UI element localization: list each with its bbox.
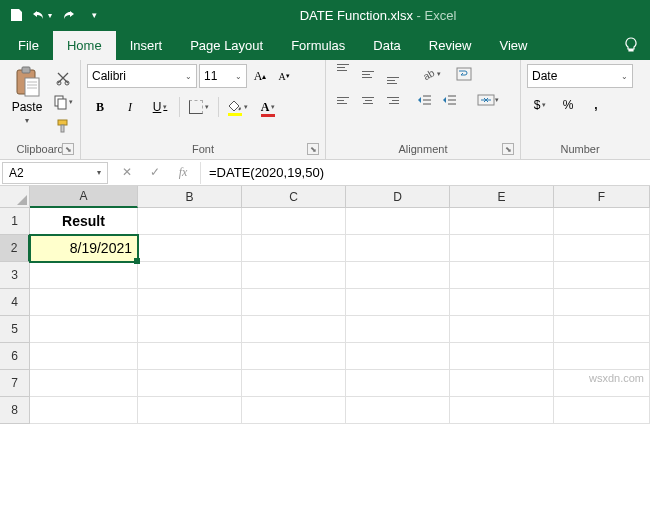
column-header[interactable]: E [450,186,554,208]
row-header[interactable]: 1 [0,208,30,235]
paste-button[interactable]: Paste ▾ [6,64,48,141]
cell[interactable] [138,370,242,397]
row-header[interactable]: 3 [0,262,30,289]
row-header[interactable]: 7 [0,370,30,397]
align-center-icon[interactable] [357,90,379,110]
qat-customize-icon[interactable]: ▾ [82,3,106,27]
cell[interactable] [138,343,242,370]
cell[interactable] [30,370,138,397]
cell[interactable] [450,235,554,262]
font-launcher-icon[interactable]: ⬊ [307,143,319,155]
cell[interactable] [30,343,138,370]
wrap-text-icon[interactable] [454,64,476,84]
cell[interactable] [138,316,242,343]
cell[interactable] [450,289,554,316]
cell[interactable] [242,316,346,343]
decrease-indent-icon[interactable] [414,90,436,110]
alignment-launcher-icon[interactable]: ⬊ [502,143,514,155]
cell[interactable] [138,397,242,424]
increase-indent-icon[interactable] [439,90,461,110]
cell[interactable] [346,235,450,262]
cell[interactable] [346,316,450,343]
row-header[interactable]: 6 [0,343,30,370]
fill-color-button[interactable]: ▾ [225,96,251,118]
align-top-icon[interactable] [332,64,354,84]
cell[interactable] [242,235,346,262]
align-right-icon[interactable] [382,90,404,110]
cell[interactable] [138,235,242,262]
tab-view[interactable]: View [485,31,541,60]
column-header[interactable]: C [242,186,346,208]
cell-a2[interactable]: 8/19/2021 [30,235,138,262]
border-button[interactable]: ▾ [186,96,212,118]
cell[interactable] [242,397,346,424]
cell[interactable] [346,262,450,289]
cell[interactable] [346,397,450,424]
save-icon[interactable] [4,3,28,27]
cell[interactable] [242,208,346,235]
cell[interactable] [450,262,554,289]
tab-formulas[interactable]: Formulas [277,31,359,60]
cell[interactable] [242,343,346,370]
cell[interactable] [554,343,650,370]
cell[interactable] [138,262,242,289]
cell[interactable] [554,235,650,262]
column-header[interactable]: D [346,186,450,208]
tab-page-layout[interactable]: Page Layout [176,31,277,60]
cancel-formula-icon[interactable]: ✕ [120,165,134,180]
bold-button[interactable]: B [87,96,113,118]
cell[interactable] [242,370,346,397]
cell[interactable] [242,262,346,289]
font-color-button[interactable]: A▾ [255,96,281,118]
cell[interactable] [346,370,450,397]
underline-button[interactable]: U▾ [147,96,173,118]
cell[interactable] [554,289,650,316]
cell[interactable] [450,316,554,343]
cell[interactable] [346,208,450,235]
row-header[interactable]: 2 [0,235,30,262]
cell[interactable] [554,316,650,343]
italic-button[interactable]: I [117,96,143,118]
cell[interactable] [242,289,346,316]
cut-icon[interactable] [52,68,74,88]
formula-bar[interactable]: =DATE(2020,19,50) [200,162,650,184]
cell[interactable] [450,343,554,370]
cell[interactable] [554,208,650,235]
column-header[interactable]: F [554,186,650,208]
align-left-icon[interactable] [332,90,354,110]
row-header[interactable]: 8 [0,397,30,424]
align-middle-icon[interactable] [357,64,379,84]
font-name-select[interactable]: Calibri⌄ [87,64,197,88]
cell[interactable] [138,208,242,235]
tab-data[interactable]: Data [359,31,414,60]
number-format-select[interactable]: Date⌄ [527,64,633,88]
select-all-corner[interactable] [0,186,30,208]
column-header[interactable]: A [30,186,138,208]
cell[interactable] [450,370,554,397]
tab-home[interactable]: Home [53,31,116,60]
row-header[interactable]: 5 [0,316,30,343]
cell[interactable] [30,289,138,316]
merge-center-icon[interactable]: ▾ [473,90,503,110]
tab-file[interactable]: File [0,31,53,60]
tab-review[interactable]: Review [415,31,486,60]
cell[interactable] [30,262,138,289]
font-size-select[interactable]: 11⌄ [199,64,247,88]
decrease-font-icon[interactable]: A▾ [273,64,295,88]
cell[interactable] [30,397,138,424]
copy-icon[interactable]: ▾ [52,92,74,112]
clipboard-launcher-icon[interactable]: ⬊ [62,143,74,155]
cell[interactable] [450,397,554,424]
row-header[interactable]: 4 [0,289,30,316]
column-header[interactable]: B [138,186,242,208]
cell[interactable] [554,262,650,289]
tell-me-icon[interactable] [616,30,646,60]
cell[interactable] [346,289,450,316]
cell[interactable] [30,316,138,343]
increase-font-icon[interactable]: A▴ [249,64,271,88]
cell[interactable] [346,343,450,370]
accounting-format-button[interactable]: $▾ [527,94,553,116]
comma-format-button[interactable]: , [583,94,609,116]
cell[interactable] [138,289,242,316]
orientation-icon[interactable]: ab▾ [420,64,442,84]
